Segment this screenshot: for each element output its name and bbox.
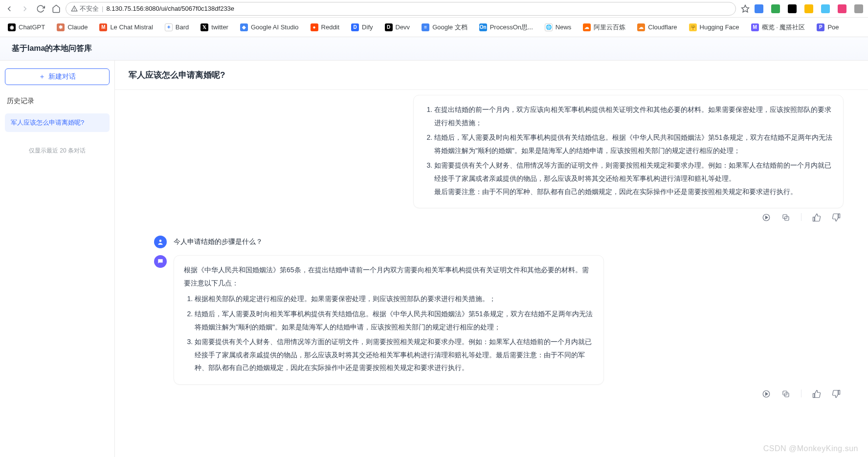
svg-point-1 <box>74 10 75 10</box>
new-chat-button[interactable]: ＋ 新建对话 <box>5 68 110 85</box>
insecure-badge: 不安全 <box>71 4 99 13</box>
list-item: 在提出结婚的前一个月内，双方应该向相关军事机构提供相关证明文件和其他必要的材料。… <box>434 103 833 129</box>
svg-rect-8 <box>839 214 840 218</box>
app-header: 基于lama的本地问答库 <box>0 37 868 61</box>
forward-icon[interactable] <box>21 4 29 13</box>
bookmark-item[interactable]: 𝕏twitter <box>198 22 231 33</box>
url-text: 8.130.75.156:8080/ui/chat/5067f0c138df23… <box>106 5 234 12</box>
bookmark-item[interactable]: OnProcessOn思... <box>476 21 536 34</box>
ext-icon[interactable] <box>804 4 813 13</box>
list-item: 如需要提供有关个人财务、信用情况等方面的证明文件，则需要按照相关规定和要求办理。… <box>195 335 594 374</box>
ext-icon[interactable] <box>854 4 863 13</box>
message-actions <box>174 390 844 398</box>
ext-icon[interactable] <box>788 4 797 13</box>
bookmark-item[interactable]: ✱Claude <box>54 22 90 33</box>
svg-rect-15 <box>839 390 840 394</box>
thumbs-up-icon[interactable] <box>812 213 821 222</box>
copy-icon[interactable] <box>781 390 790 398</box>
assistant-lead: 根据《中华人民共和国婚姻法》第65条，在提出结婚申请前一个月内双方需要向相关军事… <box>184 263 594 289</box>
bookmarks-bar: ◉ChatGPT ✱Claude MLe Chat Mistral ✦Bard … <box>0 18 868 37</box>
reload-icon[interactable] <box>36 4 45 13</box>
user-message-row: 今人申请结婚的步骤是什么？ <box>154 236 844 248</box>
bookmark-item[interactable]: ≡Google 文档 <box>419 21 470 34</box>
list-item: 如需要提供有关个人财务、信用情况等方面的证明文件，则需要按照相关规定和要求办理。… <box>434 159 833 198</box>
address-bar[interactable]: 不安全 | 8.130.75.156:8080/ui/chat/5067f0c1… <box>66 2 736 16</box>
bookmark-item[interactable]: DDify <box>348 22 376 33</box>
history-item[interactable]: 军人应该怎么申请离婚呢? <box>5 113 110 132</box>
ext-icon[interactable] <box>771 4 780 13</box>
thumbs-up-icon[interactable] <box>812 390 821 398</box>
history-limit-note: 仅显示最近 20 条对话 <box>5 147 110 155</box>
sidebar: ＋ 新建对话 历史记录 军人应该怎么申请离婚呢? 仅显示最近 20 条对话 <box>0 61 115 457</box>
bot-avatar <box>154 255 167 268</box>
ext-icon[interactable] <box>821 4 830 13</box>
bookmark-item[interactable]: ●Reddit <box>308 22 343 33</box>
svg-rect-14 <box>813 393 815 397</box>
bookmark-item[interactable]: ◆Google AI Studio <box>237 22 302 33</box>
new-chat-label: 新建对话 <box>48 72 76 81</box>
list-item: 结婚后，军人需要及时向相关军事机构提供有关结婚信息。根据《中华人民共和国婚姻法》… <box>434 131 833 157</box>
svg-marker-4 <box>766 216 768 219</box>
user-avatar <box>154 236 167 248</box>
svg-point-9 <box>159 239 162 242</box>
divider <box>801 390 801 397</box>
chat-title: 军人应该怎么申请离婚呢? <box>115 61 868 90</box>
history-heading: 历史记录 <box>7 97 110 106</box>
user-message-text: 今人申请结婚的步骤是什么？ <box>174 238 263 246</box>
bookmark-item[interactable]: ✦Bard <box>162 22 192 33</box>
copy-icon[interactable] <box>781 213 790 222</box>
bookmark-item[interactable]: ◉ChatGPT <box>5 22 48 33</box>
back-icon[interactable] <box>5 4 14 13</box>
extension-icons <box>755 4 863 13</box>
thumbs-down-icon[interactable] <box>832 213 841 222</box>
svg-rect-7 <box>813 217 815 221</box>
svg-marker-2 <box>742 5 749 12</box>
divider <box>801 213 801 221</box>
ext-icon[interactable] <box>838 4 846 13</box>
assistant-message: 根据《中华人民共和国婚姻法》第65条，在提出结婚申请前一个月内双方需要向相关军事… <box>174 255 604 385</box>
list-item: 根据相关部队的规定进行相应的处理。如果需要保密处理，则应该按照部队的要求进行相关… <box>195 292 594 305</box>
play-icon[interactable] <box>762 213 771 222</box>
play-icon[interactable] <box>762 390 771 398</box>
browser-toolbar: 不安全 | 8.130.75.156:8080/ui/chat/5067f0c1… <box>0 0 868 18</box>
insecure-label: 不安全 <box>80 4 99 13</box>
home-icon[interactable] <box>52 4 61 13</box>
ext-icon[interactable] <box>755 4 763 13</box>
bookmark-item[interactable]: 🌐News <box>542 22 575 33</box>
svg-marker-11 <box>766 392 768 395</box>
bookmark-item[interactable]: MLe Chat Mistral <box>96 22 156 33</box>
main-panel: 军人应该怎么申请离婚呢? 在提出结婚的前一个月内，双方应该向相关军事机构提供相关… <box>115 61 868 457</box>
assistant-message: 在提出结婚的前一个月内，双方应该向相关军事机构提供相关证明文件和其他必要的材料。… <box>413 95 844 208</box>
assistant-message-row: 根据《中华人民共和国婚姻法》第65条，在提出结婚申请前一个月内双方需要向相关军事… <box>154 255 844 398</box>
bookmark-item[interactable]: ☁Cloudflare <box>634 22 680 33</box>
list-item: 结婚后，军人需要及时向相关军事机构提供有关结婚信息。根据《中华人民共和国婚姻法》… <box>195 307 594 333</box>
plus-icon: ＋ <box>39 72 45 81</box>
bookmark-item[interactable]: DDevv <box>382 22 413 33</box>
bookmark-item[interactable]: M概览 · 魔搭社区 <box>748 21 808 34</box>
thumbs-down-icon[interactable] <box>832 390 841 398</box>
bookmark-item[interactable]: 🤗Hugging Face <box>686 22 742 33</box>
star-icon[interactable] <box>741 4 750 13</box>
chat-scroll[interactable]: 在提出结婚的前一个月内，双方应该向相关军事机构提供相关证明文件和其他必要的材料。… <box>115 90 868 457</box>
app-title: 基于lama的本地问答库 <box>12 44 92 54</box>
message-actions <box>154 213 844 222</box>
bookmark-item[interactable]: PPoe <box>814 22 842 33</box>
bookmark-item[interactable]: ☁阿里云百炼 <box>580 21 628 34</box>
